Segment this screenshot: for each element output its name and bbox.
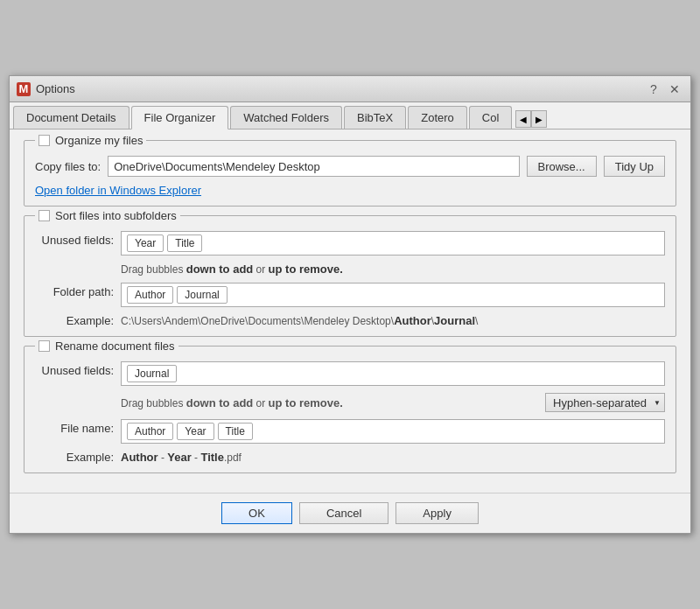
separator-dropdown[interactable]: Hyphen-separated ▼ <box>545 393 665 412</box>
copy-files-row: Copy files to: Browse... Tidy Up <box>35 156 665 177</box>
rename-unused-bubbles: Journal <box>121 361 665 386</box>
example-row-rename: Example: Author - Year - Title.pdf <box>35 451 665 464</box>
bubble-author-file[interactable]: Author <box>127 423 173 440</box>
example-row-subfolders: Example: C:\Users\Andem\OneDrive\Documen… <box>35 314 665 327</box>
organize-label: Organize my files <box>55 134 143 147</box>
separator-label: Hyphen-separated <box>553 396 647 410</box>
unused-bubbles-area: Year Title <box>121 231 665 256</box>
drag-hint-rename: Drag bubbles down to add or up to remove… <box>121 396 343 410</box>
rename-label: Rename document files <box>55 340 175 353</box>
rename-section: Rename document files Unused fields: Jou… <box>24 346 676 473</box>
tab-bibtex[interactable]: BibTeX <box>344 106 406 129</box>
example-label-rename: Example: <box>35 451 114 464</box>
apply-button[interactable]: Apply <box>396 502 479 524</box>
browse-button[interactable]: Browse... <box>527 156 597 177</box>
separator-dropdown-wrapper: Hyphen-separated ▼ <box>545 393 665 412</box>
tab-prev-button[interactable]: ◀ <box>515 110 531 128</box>
open-folder-link[interactable]: Open folder in Windows Explorer <box>35 184 201 197</box>
folder-path-row: Folder path: Author Journal <box>35 283 665 307</box>
bubble-title-file[interactable]: Title <box>218 423 253 440</box>
example-text-rename: Author - Year - Title.pdf <box>121 451 242 464</box>
cancel-button[interactable]: Cancel <box>299 502 388 524</box>
tabs-row: Document Details File Organizer Watched … <box>10 102 690 130</box>
tab-col[interactable]: Col <box>469 106 513 129</box>
dropdown-arrow-icon: ▼ <box>654 399 661 407</box>
organize-checkbox[interactable] <box>38 135 50 146</box>
help-button[interactable]: ? <box>645 80 662 98</box>
app-icon: M <box>17 82 31 96</box>
organize-title-bar: Organize my files <box>35 134 146 147</box>
ok-button[interactable]: OK <box>221 502 292 524</box>
tab-next-button[interactable]: ▶ <box>531 110 547 128</box>
tab-nav-buttons: ◀ ▶ <box>515 110 547 128</box>
subfolders-title-bar: Sort files into subfolders <box>35 209 180 222</box>
folder-label: Folder path: <box>35 283 114 298</box>
copy-label: Copy files to: <box>35 160 101 173</box>
rename-unused-label: Unused fields: <box>35 361 114 377</box>
drag-row-rename: Drag bubbles down to add or up to remove… <box>35 393 665 412</box>
tidy-up-button[interactable]: Tidy Up <box>604 156 665 177</box>
tab-document-details[interactable]: Document Details <box>13 106 130 129</box>
subfolders-label: Sort files into subfolders <box>55 209 177 222</box>
title-bar-left: M Options <box>17 82 75 96</box>
bubble-journal[interactable]: Journal <box>177 286 227 304</box>
tab-watched-folders[interactable]: Watched Folders <box>230 106 342 129</box>
rename-unused-row: Unused fields: Journal <box>35 361 665 386</box>
subfolders-section: Sort files into subfolders Unused fields… <box>24 215 676 337</box>
bubble-title[interactable]: Title <box>167 234 202 252</box>
example-label-subfolders: Example: <box>35 314 114 327</box>
folder-bubbles-area: Author Journal <box>121 283 665 307</box>
bubble-journal-unused[interactable]: Journal <box>127 365 177 382</box>
example-text-subfolders: C:\Users\Andem\OneDrive\Documents\Mendel… <box>121 314 478 327</box>
file-name-bubbles: Author Year Title <box>121 419 665 444</box>
bubble-year[interactable]: Year <box>127 234 164 252</box>
title-bar-controls: ? ✕ <box>645 80 683 98</box>
drag-hint-subfolders: Drag bubbles down to add or up to remove… <box>121 262 665 276</box>
options-window: M Options ? ✕ Document Details File Orga… <box>9 75 691 534</box>
path-input[interactable] <box>108 156 519 177</box>
window-title: Options <box>36 82 75 95</box>
content-area: Organize my files Copy files to: Browse.… <box>10 130 690 493</box>
close-button[interactable]: ✕ <box>666 80 683 98</box>
rename-checkbox[interactable] <box>38 340 50 352</box>
bubble-author[interactable]: Author <box>127 286 173 304</box>
footer: OK Cancel Apply <box>10 493 690 533</box>
title-bar: M Options ? ✕ <box>10 76 690 102</box>
file-label: File name: <box>35 419 114 435</box>
rename-title-bar: Rename document files <box>35 340 178 353</box>
app-icon-text: M <box>19 82 29 95</box>
unused-fields-row: Unused fields: Year Title <box>35 231 665 256</box>
tab-zotero[interactable]: Zotero <box>408 106 467 129</box>
tab-file-organizer[interactable]: File Organizer <box>131 106 229 130</box>
bubble-year-file[interactable]: Year <box>177 423 214 440</box>
file-name-row: File name: Author Year Title <box>35 419 665 444</box>
unused-label: Unused fields: <box>35 231 114 247</box>
subfolders-checkbox[interactable] <box>38 210 50 221</box>
organize-section: Organize my files Copy files to: Browse.… <box>24 140 676 206</box>
